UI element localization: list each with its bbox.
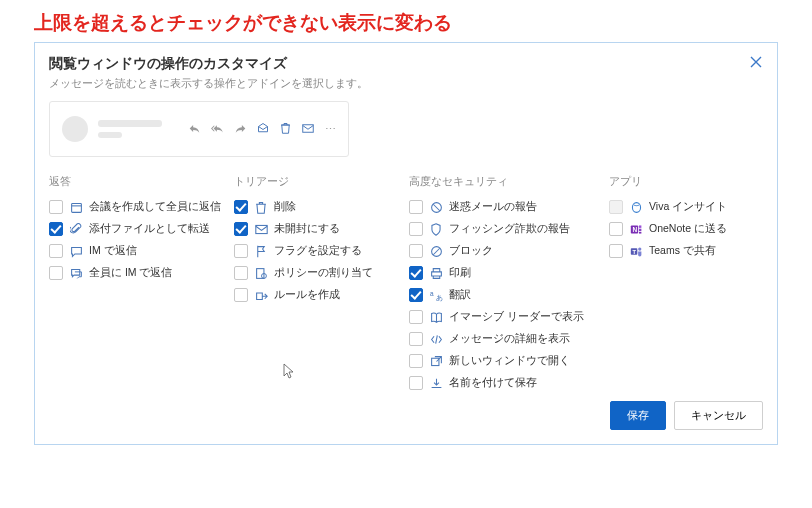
checkbox[interactable] — [49, 222, 63, 236]
onenote-icon: N — [629, 222, 643, 236]
checkbox[interactable] — [49, 266, 63, 280]
checkbox[interactable] — [409, 310, 423, 324]
calendar-icon — [69, 200, 83, 214]
option-label: 翻訳 — [449, 288, 471, 302]
column-triage: トリアージ 削除 未開封にする フラグを設定する ポリシーの割り当て — [234, 175, 389, 395]
checkbox[interactable] — [234, 266, 248, 280]
annotation-text: 上限を超えるとチェックができない表示に変わる — [0, 0, 812, 42]
option-label: ルールを作成 — [274, 288, 340, 302]
checkbox[interactable] — [409, 266, 423, 280]
option-label: Teams で共有 — [649, 244, 716, 258]
opt-report-junk[interactable]: 迷惑メールの報告 — [409, 197, 589, 217]
opt-create-meeting-reply-all[interactable]: 会議を作成して全員に返信 — [49, 197, 214, 217]
svg-rect-0 — [303, 124, 314, 132]
block-mail-icon — [429, 200, 443, 214]
svg-rect-9 — [431, 358, 438, 365]
opt-immersive-reader[interactable]: イマーシブ リーダーで表示 — [409, 307, 589, 327]
save-button[interactable]: 保存 — [610, 401, 666, 430]
option-label: OneNote に送る — [649, 222, 727, 236]
new-window-icon — [429, 354, 443, 368]
opt-translate[interactable]: aあ 翻訳 — [409, 285, 589, 305]
opt-viva-insights[interactable]: Viva インサイト — [609, 197, 739, 217]
option-label: ポリシーの割り当て — [274, 266, 373, 280]
option-label: 未開封にする — [274, 222, 340, 236]
translate-icon: aあ — [429, 288, 443, 302]
preview-toolbar-icons: ⋯ — [189, 122, 336, 136]
opt-report-phishing[interactable]: フィッシング詐欺の報告 — [409, 219, 589, 239]
svg-rect-14 — [638, 231, 640, 233]
option-label: 新しいウィンドウで開く — [449, 354, 570, 368]
close-icon — [750, 56, 762, 68]
option-label: IM で返信 — [89, 244, 137, 258]
column-apps: アプリ Viva インサイト N OneNote に送る T Teams で共有 — [609, 175, 739, 395]
opt-block[interactable]: ブロック — [409, 241, 589, 261]
opt-save-as[interactable]: 名前を付けて保存 — [409, 373, 589, 393]
svg-rect-1 — [71, 203, 81, 212]
opt-delete[interactable]: 削除 — [234, 197, 389, 217]
delete-icon — [254, 200, 268, 214]
more-icon: ⋯ — [325, 123, 336, 136]
opt-print[interactable]: 印刷 — [409, 263, 589, 283]
cancel-button[interactable]: キャンセル — [674, 401, 763, 430]
flag-icon — [254, 244, 268, 258]
opt-reply-im[interactable]: IM で返信 — [49, 241, 214, 261]
options-columns: 返答 会議を作成して全員に返信 添付ファイルとして転送 IM で返信 全員に I… — [49, 175, 763, 395]
print-icon — [429, 266, 443, 280]
svg-text:あ: あ — [435, 294, 442, 302]
reply-icon — [189, 123, 200, 136]
opt-view-message-details[interactable]: メッセージの詳細を表示 — [409, 329, 589, 349]
opt-mark-unread[interactable]: 未開封にする — [234, 219, 389, 239]
dialog-title: 閲覧ウィンドウの操作のカスタマイズ — [49, 55, 763, 73]
download-icon — [429, 376, 443, 390]
teams-icon: T — [629, 244, 643, 258]
book-icon — [429, 310, 443, 324]
column-reply: 返答 会議を作成して全員に返信 添付ファイルとして転送 IM で返信 全員に I… — [49, 175, 214, 395]
checkbox[interactable] — [409, 244, 423, 258]
block-icon — [429, 244, 443, 258]
checkbox[interactable] — [234, 200, 248, 214]
checkbox[interactable] — [234, 222, 248, 236]
opt-send-to-onenote[interactable]: N OneNote に送る — [609, 219, 739, 239]
rule-icon — [254, 288, 268, 302]
checkbox — [609, 200, 623, 214]
checkbox[interactable] — [409, 354, 423, 368]
svg-rect-13 — [638, 228, 640, 230]
option-label: メッセージの詳細を表示 — [449, 332, 570, 346]
opt-share-to-teams[interactable]: T Teams で共有 — [609, 241, 739, 261]
mail-icon — [302, 123, 314, 136]
checkbox[interactable] — [609, 222, 623, 236]
column-header: 高度なセキュリティ — [409, 175, 589, 189]
checkbox[interactable] — [609, 244, 623, 258]
opt-set-flag[interactable]: フラグを設定する — [234, 241, 389, 261]
mail-open-icon — [257, 122, 269, 136]
toolbar-preview: ⋯ — [49, 101, 349, 157]
column-header: アプリ — [609, 175, 739, 189]
checkbox[interactable] — [49, 200, 63, 214]
viva-icon — [629, 200, 643, 214]
option-label: 会議を作成して全員に返信 — [89, 200, 221, 214]
customize-reading-pane-dialog: 閲覧ウィンドウの操作のカスタマイズ メッセージを読むときに表示する操作とアドイン… — [34, 42, 778, 445]
chat-icon — [69, 244, 83, 258]
checkbox[interactable] — [409, 332, 423, 346]
option-label: ブロック — [449, 244, 493, 258]
opt-assign-policy[interactable]: ポリシーの割り当て — [234, 263, 389, 283]
option-label: 全員に IM で返信 — [89, 266, 173, 280]
checkbox[interactable] — [409, 222, 423, 236]
checkbox[interactable] — [409, 376, 423, 390]
checkbox[interactable] — [49, 244, 63, 258]
opt-forward-as-attachment[interactable]: 添付ファイルとして転送 — [49, 219, 214, 239]
attachment-icon — [69, 222, 83, 236]
code-icon — [429, 332, 443, 346]
opt-reply-all-im[interactable]: 全員に IM で返信 — [49, 263, 214, 283]
close-button[interactable] — [745, 51, 767, 73]
option-label: 名前を付けて保存 — [449, 376, 537, 390]
checkbox[interactable] — [409, 288, 423, 302]
shield-icon — [429, 222, 443, 236]
option-label: 迷惑メールの報告 — [449, 200, 537, 214]
opt-create-rule[interactable]: ルールを作成 — [234, 285, 389, 305]
opt-open-new-window[interactable]: 新しいウィンドウで開く — [409, 351, 589, 371]
checkbox[interactable] — [409, 200, 423, 214]
avatar — [62, 116, 88, 142]
checkbox[interactable] — [234, 244, 248, 258]
checkbox[interactable] — [234, 288, 248, 302]
